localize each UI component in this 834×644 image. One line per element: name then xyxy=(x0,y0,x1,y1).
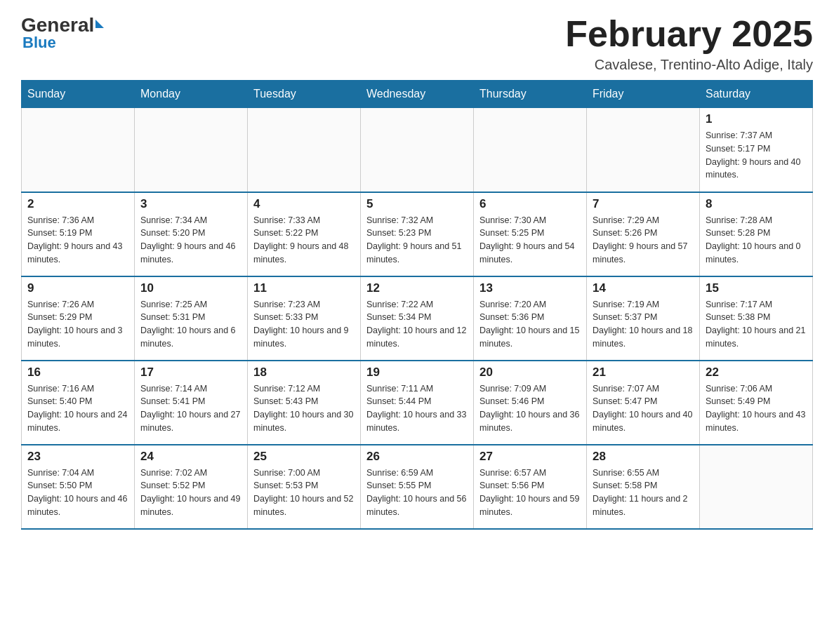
day-number: 18 xyxy=(253,365,355,380)
day-number: 1 xyxy=(706,112,807,126)
day-number: 20 xyxy=(479,365,581,380)
weekday-header-sunday: Sunday xyxy=(22,81,135,108)
calendar-cell xyxy=(700,445,813,529)
day-info: Sunrise: 7:02 AMSunset: 5:52 PMDaylight:… xyxy=(140,467,241,519)
day-info: Sunrise: 7:37 AMSunset: 5:17 PMDaylight:… xyxy=(706,129,807,182)
calendar-header: SundayMondayTuesdayWednesdayThursdayFrid… xyxy=(22,81,813,108)
day-number: 3 xyxy=(140,197,241,211)
weekday-header-tuesday: Tuesday xyxy=(248,81,361,108)
day-number: 11 xyxy=(253,281,355,295)
day-number: 26 xyxy=(366,450,468,464)
day-info: Sunrise: 7:04 AMSunset: 5:50 PMDaylight:… xyxy=(27,467,128,519)
day-number: 14 xyxy=(593,281,694,295)
day-number: 19 xyxy=(366,365,468,380)
location-subtitle: Cavalese, Trentino-Alto Adige, Italy xyxy=(565,57,813,73)
day-number: 15 xyxy=(706,281,807,295)
day-info: Sunrise: 7:32 AMSunset: 5:23 PMDaylight:… xyxy=(366,214,468,267)
month-title: February 2025 xyxy=(565,14,813,54)
day-info: Sunrise: 7:33 AMSunset: 5:22 PMDaylight:… xyxy=(253,214,355,267)
day-info: Sunrise: 7:17 AMSunset: 5:38 PMDaylight:… xyxy=(706,298,807,351)
day-info: Sunrise: 7:26 AMSunset: 5:29 PMDaylight:… xyxy=(27,298,128,351)
calendar-cell: 10Sunrise: 7:25 AMSunset: 5:31 PMDayligh… xyxy=(135,276,248,361)
day-info: Sunrise: 7:14 AMSunset: 5:41 PMDaylight:… xyxy=(140,382,241,435)
day-info: Sunrise: 7:29 AMSunset: 5:26 PMDaylight:… xyxy=(593,214,694,267)
calendar-body: 1Sunrise: 7:37 AMSunset: 5:17 PMDaylight… xyxy=(22,108,813,529)
calendar-cell xyxy=(361,108,474,192)
calendar-cell xyxy=(248,108,361,192)
calendar-cell: 6Sunrise: 7:30 AMSunset: 5:25 PMDaylight… xyxy=(474,192,587,276)
day-info: Sunrise: 7:07 AMSunset: 5:47 PMDaylight:… xyxy=(593,382,694,435)
day-info: Sunrise: 6:57 AMSunset: 5:56 PMDaylight:… xyxy=(479,467,581,519)
logo-blue-label: Blue xyxy=(22,34,56,52)
day-info: Sunrise: 7:25 AMSunset: 5:31 PMDaylight:… xyxy=(140,298,241,351)
calendar-cell: 20Sunrise: 7:09 AMSunset: 5:46 PMDayligh… xyxy=(474,361,587,445)
day-number: 4 xyxy=(253,197,355,211)
weekday-header-thursday: Thursday xyxy=(474,81,587,108)
day-number: 25 xyxy=(253,450,355,464)
day-info: Sunrise: 7:00 AMSunset: 5:53 PMDaylight:… xyxy=(253,467,355,519)
calendar-cell: 4Sunrise: 7:33 AMSunset: 5:22 PMDaylight… xyxy=(248,192,361,276)
weekday-header-friday: Friday xyxy=(587,81,700,108)
weekday-header-monday: Monday xyxy=(135,81,248,108)
calendar-cell: 5Sunrise: 7:32 AMSunset: 5:23 PMDaylight… xyxy=(361,192,474,276)
day-number: 24 xyxy=(140,450,241,464)
calendar-table: SundayMondayTuesdayWednesdayThursdayFrid… xyxy=(21,80,813,530)
day-info: Sunrise: 7:22 AMSunset: 5:34 PMDaylight:… xyxy=(366,298,468,351)
day-number: 9 xyxy=(27,281,128,295)
day-info: Sunrise: 7:19 AMSunset: 5:37 PMDaylight:… xyxy=(593,298,694,351)
calendar-week-row: 9Sunrise: 7:26 AMSunset: 5:29 PMDaylight… xyxy=(22,276,813,361)
day-number: 2 xyxy=(27,197,128,211)
calendar-cell: 16Sunrise: 7:16 AMSunset: 5:40 PMDayligh… xyxy=(22,361,135,445)
day-info: Sunrise: 7:23 AMSunset: 5:33 PMDaylight:… xyxy=(253,298,355,351)
calendar-week-row: 23Sunrise: 7:04 AMSunset: 5:50 PMDayligh… xyxy=(22,445,813,529)
weekday-header-row: SundayMondayTuesdayWednesdayThursdayFrid… xyxy=(22,81,813,108)
weekday-header-wednesday: Wednesday xyxy=(361,81,474,108)
day-number: 17 xyxy=(140,365,241,380)
calendar-cell: 19Sunrise: 7:11 AMSunset: 5:44 PMDayligh… xyxy=(361,361,474,445)
calendar-cell: 27Sunrise: 6:57 AMSunset: 5:56 PMDayligh… xyxy=(474,445,587,529)
calendar-cell: 25Sunrise: 7:00 AMSunset: 5:53 PMDayligh… xyxy=(248,445,361,529)
calendar-week-row: 2Sunrise: 7:36 AMSunset: 5:19 PMDaylight… xyxy=(22,192,813,276)
day-info: Sunrise: 7:09 AMSunset: 5:46 PMDaylight:… xyxy=(479,382,581,435)
day-info: Sunrise: 7:28 AMSunset: 5:28 PMDaylight:… xyxy=(706,214,807,267)
calendar-cell xyxy=(22,108,135,192)
day-info: Sunrise: 7:34 AMSunset: 5:20 PMDaylight:… xyxy=(140,214,241,267)
calendar-cell: 21Sunrise: 7:07 AMSunset: 5:47 PMDayligh… xyxy=(587,361,700,445)
day-number: 7 xyxy=(593,197,694,211)
calendar-cell: 14Sunrise: 7:19 AMSunset: 5:37 PMDayligh… xyxy=(587,276,700,361)
page-header: General Blue February 2025 Cavalese, Tre… xyxy=(21,14,813,73)
day-number: 6 xyxy=(479,197,581,211)
calendar-cell xyxy=(587,108,700,192)
day-info: Sunrise: 6:55 AMSunset: 5:58 PMDaylight:… xyxy=(593,467,694,519)
day-number: 27 xyxy=(479,450,581,464)
day-info: Sunrise: 7:11 AMSunset: 5:44 PMDaylight:… xyxy=(366,382,468,435)
calendar-cell xyxy=(474,108,587,192)
calendar-cell: 12Sunrise: 7:22 AMSunset: 5:34 PMDayligh… xyxy=(361,276,474,361)
calendar-cell: 7Sunrise: 7:29 AMSunset: 5:26 PMDaylight… xyxy=(587,192,700,276)
logo-arrow-icon xyxy=(95,20,104,28)
title-section: February 2025 Cavalese, Trentino-Alto Ad… xyxy=(565,14,813,73)
calendar-week-row: 16Sunrise: 7:16 AMSunset: 5:40 PMDayligh… xyxy=(22,361,813,445)
calendar-cell: 17Sunrise: 7:14 AMSunset: 5:41 PMDayligh… xyxy=(135,361,248,445)
day-info: Sunrise: 7:16 AMSunset: 5:40 PMDaylight:… xyxy=(27,382,128,435)
calendar-cell: 23Sunrise: 7:04 AMSunset: 5:50 PMDayligh… xyxy=(22,445,135,529)
calendar-cell: 3Sunrise: 7:34 AMSunset: 5:20 PMDaylight… xyxy=(135,192,248,276)
day-number: 28 xyxy=(593,450,694,464)
calendar-cell: 1Sunrise: 7:37 AMSunset: 5:17 PMDaylight… xyxy=(700,108,813,192)
calendar-week-row: 1Sunrise: 7:37 AMSunset: 5:17 PMDaylight… xyxy=(22,108,813,192)
calendar-cell: 24Sunrise: 7:02 AMSunset: 5:52 PMDayligh… xyxy=(135,445,248,529)
calendar-cell: 22Sunrise: 7:06 AMSunset: 5:49 PMDayligh… xyxy=(700,361,813,445)
day-info: Sunrise: 7:06 AMSunset: 5:49 PMDaylight:… xyxy=(706,382,807,435)
day-info: Sunrise: 7:20 AMSunset: 5:36 PMDaylight:… xyxy=(479,298,581,351)
day-number: 21 xyxy=(593,365,694,380)
calendar-cell: 15Sunrise: 7:17 AMSunset: 5:38 PMDayligh… xyxy=(700,276,813,361)
calendar-cell: 9Sunrise: 7:26 AMSunset: 5:29 PMDaylight… xyxy=(22,276,135,361)
calendar-cell: 2Sunrise: 7:36 AMSunset: 5:19 PMDaylight… xyxy=(22,192,135,276)
day-number: 5 xyxy=(366,197,468,211)
day-number: 8 xyxy=(706,197,807,211)
calendar-cell: 11Sunrise: 7:23 AMSunset: 5:33 PMDayligh… xyxy=(248,276,361,361)
calendar-cell: 8Sunrise: 7:28 AMSunset: 5:28 PMDaylight… xyxy=(700,192,813,276)
day-number: 12 xyxy=(366,281,468,295)
weekday-header-saturday: Saturday xyxy=(700,81,813,108)
calendar-cell xyxy=(135,108,248,192)
